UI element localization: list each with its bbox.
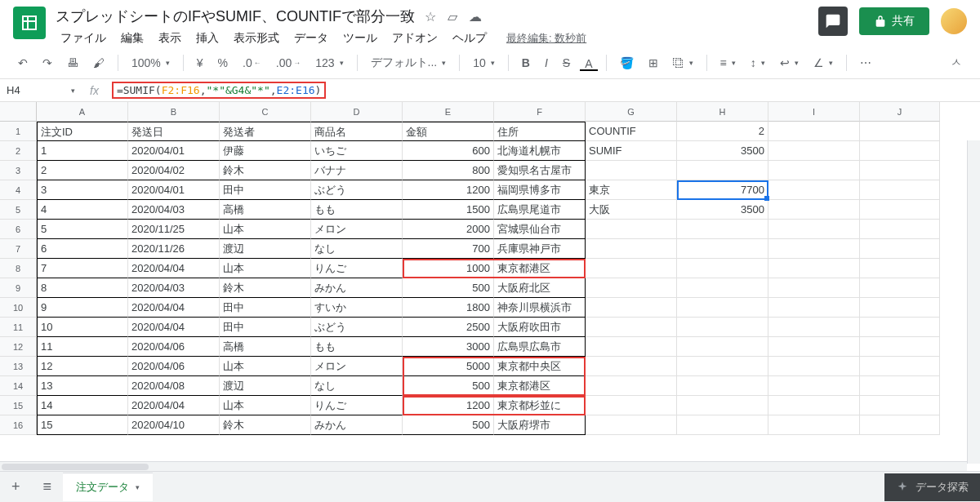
row-header[interactable]: 4 [0, 180, 37, 200]
cell[interactable]: 山本 [220, 259, 311, 278]
cell[interactable] [586, 259, 677, 278]
sheet-tab[interactable]: 注文データ [63, 473, 153, 501]
halign-button[interactable]: ≡ [715, 53, 741, 73]
cell[interactable]: ぶどう [311, 318, 403, 337]
cell[interactable]: 1 [37, 141, 128, 161]
cell[interactable] [768, 396, 860, 415]
cell[interactable]: もも [311, 200, 403, 220]
menu-tools[interactable]: ツール [338, 29, 382, 47]
cell[interactable]: 1200 [403, 396, 494, 415]
cell[interactable] [768, 415, 860, 435]
wrap-button[interactable]: ↩ [775, 53, 804, 73]
cell[interactable] [586, 376, 677, 396]
cell[interactable]: 5 [37, 220, 128, 239]
cell[interactable] [860, 122, 940, 141]
cell[interactable]: 発送日 [128, 122, 220, 141]
cell[interactable] [586, 318, 677, 337]
sheets-logo[interactable] [13, 7, 46, 39]
cell[interactable]: 15 [37, 415, 128, 435]
cell[interactable] [677, 376, 768, 396]
last-edit[interactable]: 最終編集: 数秒前 [506, 31, 586, 46]
cell[interactable]: 500 [403, 278, 494, 298]
row-header[interactable]: 13 [0, 357, 37, 376]
cell[interactable]: 2500 [403, 318, 494, 337]
cell[interactable] [677, 259, 768, 278]
cell[interactable] [768, 220, 860, 239]
cell[interactable]: 兵庫県神戸市 [494, 239, 586, 259]
cell[interactable]: 愛知県名古屋市 [494, 161, 586, 180]
cell[interactable]: 1800 [403, 298, 494, 318]
cell[interactable]: 2020/04/04 [128, 396, 220, 415]
cloud-icon[interactable]: ☁ [469, 9, 482, 24]
cell[interactable]: ぶどう [311, 180, 403, 200]
horizontal-scrollbar[interactable] [0, 461, 967, 471]
row-header[interactable]: 2 [0, 141, 37, 161]
account-avatar[interactable] [941, 8, 967, 34]
number-format-select[interactable]: 123 [310, 53, 348, 73]
menu-view[interactable]: 表示 [154, 29, 186, 47]
cell[interactable] [860, 259, 940, 278]
undo-button[interactable]: ↶ [13, 53, 33, 73]
fontsize-select[interactable]: 10 [468, 53, 500, 73]
cell[interactable]: 2020/11/25 [128, 220, 220, 239]
cell[interactable]: りんご [311, 396, 403, 415]
cell[interactable]: 発送者 [220, 122, 311, 141]
cell[interactable]: 東京都杉並に [494, 396, 586, 415]
row-header[interactable]: 16 [0, 415, 37, 435]
cell[interactable]: もも [311, 337, 403, 357]
font-select[interactable]: デフォルト... [366, 52, 452, 73]
cell[interactable] [768, 141, 860, 161]
cell[interactable] [860, 415, 940, 435]
add-sheet-button[interactable]: + [0, 478, 32, 495]
explore-button[interactable]: データ探索 [884, 473, 980, 501]
row-header[interactable]: 3 [0, 161, 37, 180]
cell[interactable] [768, 318, 860, 337]
cell[interactable] [677, 220, 768, 239]
cell[interactable]: メロン [311, 357, 403, 376]
cell[interactable]: 神奈川県横浜市 [494, 298, 586, 318]
currency-button[interactable]: ¥ [192, 53, 208, 73]
cell[interactable]: 14 [37, 396, 128, 415]
comments-button[interactable] [818, 7, 848, 36]
cell[interactable] [677, 318, 768, 337]
cell[interactable] [677, 298, 768, 318]
cell[interactable]: SUMIF [586, 141, 677, 161]
cell[interactable] [860, 376, 940, 396]
merge-button[interactable]: ⿻ [668, 53, 698, 73]
column-header[interactable]: H [677, 102, 768, 122]
zoom-select[interactable]: 100% [127, 53, 175, 73]
all-sheets-button[interactable]: ≡ [32, 478, 64, 495]
cell[interactable]: 渡辺 [220, 376, 311, 396]
cell[interactable]: 7 [37, 259, 128, 278]
cell[interactable]: 11 [37, 337, 128, 357]
cell[interactable]: 渡辺 [220, 239, 311, 259]
cell[interactable]: 東京都港区 [494, 376, 586, 396]
cell[interactable]: 伊藤 [220, 141, 311, 161]
cell[interactable]: 北海道札幌市 [494, 141, 586, 161]
cell[interactable] [768, 376, 860, 396]
row-header[interactable]: 1 [0, 122, 37, 141]
cell[interactable]: 5000 [403, 357, 494, 376]
row-header[interactable]: 12 [0, 337, 37, 357]
cell[interactable] [860, 396, 940, 415]
cell[interactable] [860, 278, 940, 298]
column-header[interactable]: I [768, 102, 860, 122]
cell[interactable] [860, 180, 940, 200]
row-header[interactable]: 5 [0, 200, 37, 220]
cell[interactable] [860, 161, 940, 180]
cell[interactable]: 東京都中央区 [494, 357, 586, 376]
cell[interactable] [586, 161, 677, 180]
cell[interactable]: 1500 [403, 200, 494, 220]
cell[interactable]: 2000 [403, 220, 494, 239]
redo-button[interactable]: ↷ [38, 53, 57, 73]
name-box[interactable]: H4 [0, 84, 82, 96]
cell[interactable]: 山本 [220, 220, 311, 239]
cell[interactable]: 2020/04/08 [128, 376, 220, 396]
cell[interactable]: 金額 [403, 122, 494, 141]
cell[interactable]: 福岡県博多市 [494, 180, 586, 200]
cell[interactable] [586, 239, 677, 259]
print-button[interactable]: 🖶 [62, 53, 83, 73]
cell[interactable]: 注文ID [37, 122, 128, 141]
menu-data[interactable]: データ [289, 29, 333, 47]
cell[interactable] [768, 161, 860, 180]
